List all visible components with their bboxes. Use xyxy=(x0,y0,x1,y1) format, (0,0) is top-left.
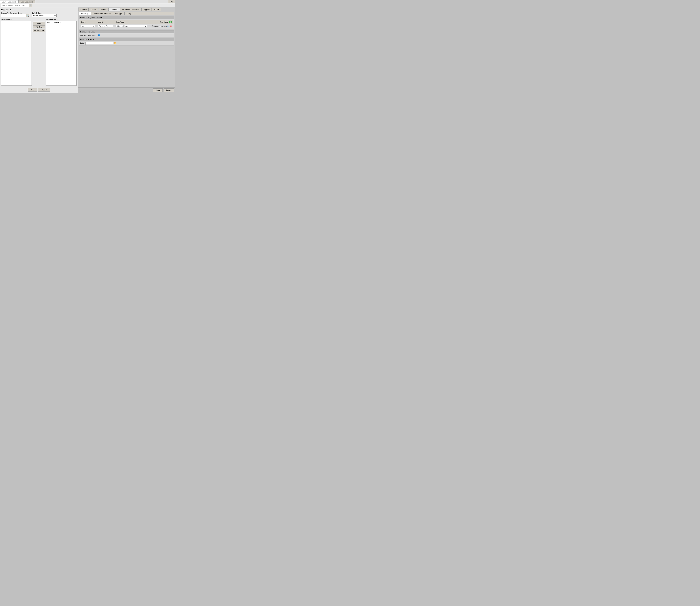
search-icon-button[interactable] xyxy=(29,4,32,7)
add-users-email-text: Add users and groups xyxy=(80,34,97,36)
default-scope-group: Default Scope All Directories xyxy=(32,12,56,17)
tab-document-information[interactable]: Document Information xyxy=(120,8,141,11)
plus-icon xyxy=(170,21,171,23)
selected-users-label: Selected Users xyxy=(46,19,76,20)
cell-server: dvse... xyxy=(80,24,97,28)
mount-select[interactable]: External_Test_U xyxy=(98,25,113,28)
cancel-dialog-button[interactable]: Cancel xyxy=(38,88,50,92)
col-mount: Mount xyxy=(97,20,115,24)
help-button[interactable]: Help xyxy=(168,0,175,3)
cell-mount: External_Test_U xyxy=(97,24,115,28)
top-tab-bar: Source Documents User Documents Help xyxy=(0,0,175,3)
default-scope-select[interactable]: All Directories xyxy=(32,14,56,17)
tab-source-documents[interactable]: Source Documents xyxy=(0,0,19,3)
table-header-row: Server Mount User Type Recipients xyxy=(80,20,173,24)
search-input[interactable] xyxy=(1,4,29,7)
content-area: Manually Loop Field in Document File Typ… xyxy=(78,11,175,87)
search-result-section: Search Result xyxy=(1,19,32,86)
form-row-top: Search for Users and Groups Default Scop… xyxy=(1,12,76,17)
list-item: Manager Members xyxy=(47,21,76,23)
add-button[interactable]: Add > xyxy=(32,22,45,25)
distribute-email-header: Distribute via E-mail xyxy=(79,30,174,33)
dialog-bottom-buttons: OK Cancel xyxy=(1,87,76,92)
search-users-input[interactable] xyxy=(1,14,26,17)
right-panel: General Reload Reduce Distribute Documen… xyxy=(78,7,175,93)
tab-user-documents[interactable]: User Documents xyxy=(19,0,36,3)
sub-tab-manually[interactable]: Manually xyxy=(79,12,91,15)
dialog-title: nage Users xyxy=(1,9,76,11)
delete-button[interactable]: < Delete xyxy=(32,25,45,28)
cancel-button[interactable]: Cancel xyxy=(164,88,174,92)
search-users-input-row xyxy=(1,14,29,17)
search-users-group: Search for Users and Groups xyxy=(1,12,29,17)
ok-button[interactable]: OK xyxy=(28,88,37,92)
search-small-icon xyxy=(27,15,29,17)
distribute-folder-section: Distribute to Folder Path: xyxy=(79,38,174,45)
distribute-qlikview-header: Distribute to QlikView Server xyxy=(79,16,174,19)
col-user-type: User Type xyxy=(115,20,150,24)
main-tab-bar: General Reload Reduce Distribute Documen… xyxy=(78,7,175,11)
search-result-label: Search Result xyxy=(1,19,32,20)
tab-general[interactable]: General xyxy=(78,8,89,11)
search-result-list[interactable] xyxy=(1,21,32,86)
tab-server[interactable]: Server xyxy=(152,8,161,11)
bottom-action-bar: Apply Cancel xyxy=(78,87,175,93)
recipient-actions: 2 users and groups xyxy=(151,25,172,27)
columns-area: Search Result Add > < Delete << Delete A… xyxy=(1,19,76,86)
folder-icon[interactable] xyxy=(114,42,117,44)
recipients-count: 2 users and groups xyxy=(152,25,167,27)
folder-section-content: Path: xyxy=(79,41,174,45)
search-users-label: Search for Users and Groups xyxy=(1,12,29,14)
tab-reload[interactable]: Reload xyxy=(89,8,98,11)
search-bar xyxy=(0,3,175,7)
col-recipients: Recipients xyxy=(150,20,173,24)
default-scope-label: Default Scope xyxy=(32,12,56,14)
main-container: nage Users Search for Users and Groups D… xyxy=(0,7,175,93)
sub-tab-file-type[interactable]: File Type xyxy=(113,12,124,15)
delete-row-icon[interactable] xyxy=(170,25,172,27)
tab-triggers[interactable]: Triggers xyxy=(141,8,151,11)
user-type-select[interactable]: Named Users xyxy=(116,25,147,28)
distribute-folder-header: Distribute to Folder xyxy=(79,38,174,41)
sub-tab-loop-field[interactable]: Loop Field in Document xyxy=(91,12,113,15)
distribute-table: Server Mount User Type Recipients xyxy=(80,20,173,28)
cell-user-type: Named Users xyxy=(115,24,150,28)
selected-users-list[interactable]: Manager Members xyxy=(46,21,76,86)
delete-all-button[interactable]: << Delete All xyxy=(32,29,45,32)
users-icon[interactable] xyxy=(167,25,169,27)
path-input[interactable] xyxy=(86,42,113,45)
tab-distribute[interactable]: Distribute xyxy=(109,8,120,11)
tab-reduce[interactable]: Reduce xyxy=(99,8,109,11)
search-users-icon-btn[interactable] xyxy=(26,14,29,17)
selected-users-section: Selected Users Manager Members xyxy=(46,19,76,86)
add-row-button[interactable] xyxy=(169,21,172,23)
middle-buttons: Add > < Delete << Delete All xyxy=(32,19,45,86)
email-users-icon[interactable] xyxy=(98,34,100,36)
cell-recipients: 2 users and groups xyxy=(150,24,173,28)
email-section-content: Add users and groups xyxy=(79,33,174,37)
path-label: Path: xyxy=(80,42,84,44)
search-icon xyxy=(29,4,31,6)
apply-button[interactable]: Apply xyxy=(153,88,163,92)
manage-users-dialog: nage Users Search for Users and Groups D… xyxy=(0,7,78,93)
sub-tab-bar: Manually Loop Field in Document File Typ… xyxy=(79,12,174,15)
distribute-qlikview-section: Distribute to QlikView Server Server Mou… xyxy=(79,16,174,29)
distribute-email-section: Distribute via E-mail Add users and grou… xyxy=(79,30,174,37)
sub-tab-notify[interactable]: Notify xyxy=(124,12,134,15)
server-select[interactable]: dvse... xyxy=(81,25,95,28)
table-row: dvse... External_Test_U xyxy=(80,24,173,28)
col-server: Server xyxy=(80,20,97,24)
distribute-qlikview-content: Server Mount User Type Recipients xyxy=(79,19,174,29)
